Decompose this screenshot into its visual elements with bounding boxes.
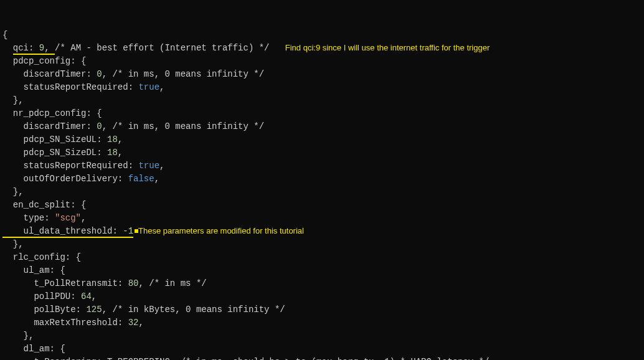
comment-discard-timer: /* in ms, 0 means infinity */ [112,69,264,79]
val-max-retx: 32 [128,318,139,328]
val-pdcp-sn-ul: 18 [107,135,118,144]
comma: , [102,69,113,79]
key-discard-timer-2: discardTimer: [2,121,97,131]
key-out-of-order: outOfOrderDelivery: [2,174,128,184]
key-ul-am: ul_am: { [2,265,65,275]
key-status-report-2: statusReportRequired: [2,161,138,171]
comment-t-reordering: /* in ms, should be > to (max_harq_tx -1… [181,357,490,360]
comma: , [159,82,164,92]
colon: : [29,43,39,53]
indent [2,43,13,53]
key-en-dc-split: en_dc_split: { [2,200,86,210]
comma: , [118,135,123,144]
key-qci: qci [13,43,29,53]
val-status-report-2: true [138,161,159,171]
comment-discard-timer-2: /* in ms, 0 means infinity */ [112,121,264,131]
comment-qci: /* AM - best effort (Internet traffic) *… [55,43,269,53]
comment-poll-byte: /* in kBytes, 0 means infinity */ [112,305,285,315]
key-status-report: statusReportRequired: [2,82,138,92]
brace-close: }, [2,95,24,105]
comma: , [92,291,97,301]
key-rlc-config: rlc_config: { [2,252,81,262]
key-t-reordering: t_Reordering: T_REORDERING, [2,357,181,360]
val-t-poll-retransmit: 80 [128,278,139,288]
val-status-report: true [138,82,159,92]
key-pdcp-sn-ul: pdcp_SN_SizeUL: [2,135,107,144]
comma: , [102,121,113,131]
key-poll-pdu: pollPDU: [2,291,81,301]
brace-close-4: }, [2,331,34,341]
comment-t-poll: /* in ms */ [149,278,206,288]
val-qci: 9 [39,43,44,53]
comma: , [44,43,55,53]
key-nr-pdcp-config: nr_pdcp_config: { [2,108,102,118]
comma: , [138,278,149,288]
comma: , [154,174,159,184]
comma: , [118,148,123,158]
key-type: type: [2,213,55,223]
key-max-retx: maxRetxThreshold: [2,318,128,328]
key-t-poll-retransmit: t_PollRetransmit: [2,278,128,288]
val-poll-byte: 125 [86,305,102,315]
annotation-qci: Find qci:9 since I will use the internet… [285,43,490,52]
key-poll-byte: pollByte: [2,305,86,315]
brace-open: { [2,30,7,40]
key-ul-data-threshold: ul_data_threshold: [2,226,123,236]
val-pdcp-sn-dl: 18 [107,148,118,158]
comma: , [81,213,86,223]
brace-close-3: }, [2,239,24,249]
annotation-params: These parameters are modified for this t… [138,226,304,235]
brace-close-2: }, [2,187,24,197]
key-dl-am: dl_am: { [2,344,65,354]
key-discard-timer: discardTimer: [2,69,97,79]
key-pdcp-sn-dl: pdcp_SN_SizeDL: [2,148,107,158]
key-pdcp-config: pdcp_config: { [2,56,86,66]
val-out-of-order: false [128,174,154,184]
val-discard-timer-2: 0 [97,121,102,131]
val-type: "scg" [55,213,81,223]
comma: , [159,161,164,171]
val-poll-pdu: 64 [81,291,92,301]
val-discard-timer: 0 [97,69,102,79]
comma: , [138,318,143,328]
comma: , [102,305,113,315]
val-ul-data-threshold: -1 [123,226,133,236]
